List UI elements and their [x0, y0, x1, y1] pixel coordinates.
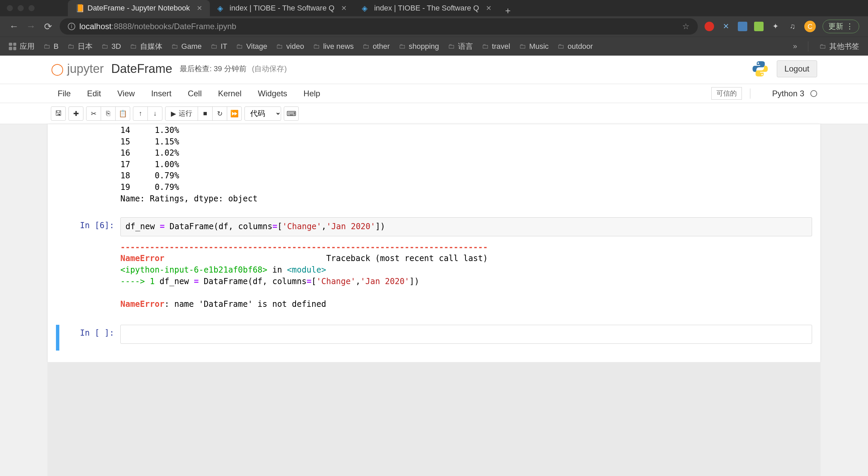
run-buttons-group: ▶运行 ■ ↻ ⏩ — [165, 106, 242, 121]
apps-label: 应用 — [20, 41, 35, 52]
bookmark-folder[interactable]: 🗀Music — [519, 42, 549, 51]
output-cell: 14 1.30% 15 1.15% 16 1.02% 17 1.00% 18 0… — [48, 124, 820, 211]
url-bar[interactable]: i localhost:8888/notebooks/DateFrame.ipy… — [60, 18, 698, 35]
notebook-title[interactable]: DateFrame — [111, 62, 172, 76]
bookmark-folder[interactable]: 🗀Vitage — [236, 42, 267, 51]
bookmark-folder[interactable]: 🗀Game — [171, 42, 202, 51]
tab-title: index | TIOBE - The Software Q — [230, 4, 334, 13]
paste-button[interactable]: 📋 — [115, 106, 130, 121]
maximize-window-icon[interactable] — [28, 5, 35, 11]
checkpoint-text: 最后检查: 39 分钟前 (自动保存) — [180, 64, 287, 74]
copy-button[interactable]: ⎘ — [101, 106, 116, 121]
cut-button[interactable]: ✂ — [86, 106, 101, 121]
move-up-button[interactable]: ↑ — [133, 106, 148, 121]
menu-file[interactable]: File — [51, 85, 78, 102]
bookmark-folder[interactable]: 🗀video — [276, 42, 304, 51]
jupyter-menubar: File Edit View Insert Cell Kernel Widget… — [0, 84, 868, 103]
folder-icon: 🗀 — [276, 42, 283, 50]
kernel-name[interactable]: Python 3 — [772, 89, 804, 98]
close-tab-icon[interactable]: ✕ — [197, 4, 202, 12]
site-info-icon[interactable]: i — [68, 23, 75, 30]
apps-shortcut[interactable]: 应用 — [9, 41, 35, 52]
bookmark-folder[interactable]: 🗀travel — [482, 42, 510, 51]
add-cell-button[interactable]: ✚ — [68, 106, 83, 121]
input-prompt: In [6]: — [56, 217, 120, 317]
output-text: 14 1.30% 15 1.15% 16 1.02% 17 1.00% 18 0… — [120, 124, 812, 204]
bookmarks-overflow-button[interactable]: » — [793, 42, 797, 51]
bookmark-folder[interactable]: 🗀IT — [211, 42, 228, 51]
bookmark-folder[interactable]: 🗀3D — [101, 42, 121, 51]
forward-button[interactable]: → — [26, 21, 36, 32]
minimize-window-icon[interactable] — [18, 5, 24, 11]
copy-icon: ⎘ — [106, 110, 110, 117]
star-bookmark-icon[interactable]: ☆ — [682, 22, 690, 31]
paste-icon: 📋 — [119, 110, 127, 118]
extension-icon[interactable] — [738, 22, 747, 31]
code-input[interactable]: df_new = DataFrame(df, columns=['Change'… — [120, 217, 812, 236]
code-cell[interactable]: In [6]: df_new = DataFrame(df, columns=[… — [48, 211, 820, 317]
folder-icon: 🗀 — [101, 42, 108, 50]
browser-tab[interactable]: ◈ index | TIOBE - The Software Q ✕ — [210, 0, 354, 16]
bookmark-folder[interactable]: 🗀日本 — [67, 41, 93, 52]
folder-icon: 🗀 — [236, 42, 243, 50]
new-tab-button[interactable]: + — [499, 5, 517, 16]
command-palette-button[interactable]: ⌨ — [284, 106, 299, 121]
bookmark-folder[interactable]: 🗀outdoor — [557, 42, 593, 51]
close-tab-icon[interactable]: ✕ — [486, 4, 492, 12]
bookmark-folder[interactable]: 🗀other — [362, 42, 390, 51]
apps-grid-icon — [9, 43, 16, 50]
move-down-button[interactable]: ↓ — [147, 106, 162, 121]
restart-run-all-button[interactable]: ⏩ — [227, 106, 242, 121]
menu-kernel[interactable]: Kernel — [211, 85, 248, 102]
arrow-down-icon: ↓ — [153, 110, 157, 117]
save-button[interactable]: 🖫 — [51, 106, 66, 121]
error-output: ----------------------------------------… — [120, 241, 812, 310]
close-window-icon[interactable] — [7, 5, 13, 11]
tab-title: index | TIOBE - The Software Q — [374, 4, 479, 13]
run-button[interactable]: ▶运行 — [165, 106, 198, 121]
trusted-indicator[interactable]: 可信的 — [711, 87, 742, 100]
extension-icon[interactable]: ✕ — [721, 21, 731, 32]
folder-icon: 🗀 — [557, 42, 564, 50]
bookmark-folder[interactable]: 🗀自媒体 — [130, 41, 162, 52]
cell-type-select[interactable]: 代码 — [244, 106, 281, 121]
url-path: :8888/notebooks/DateFrame.ipynb — [112, 22, 236, 31]
stop-icon: ■ — [203, 110, 207, 117]
bookmark-folder[interactable]: 🗀live news — [313, 42, 354, 51]
code-cell-selected[interactable]: In [ ]: — [48, 317, 820, 362]
extension-icon[interactable] — [754, 22, 764, 31]
other-bookmarks-folder[interactable]: 🗀其他书签 — [819, 41, 859, 52]
bookmark-folder[interactable]: 🗀B — [43, 42, 59, 51]
menu-widgets[interactable]: Widgets — [251, 85, 294, 102]
menu-cell[interactable]: Cell — [181, 85, 209, 102]
extension-icon[interactable] — [705, 22, 714, 31]
bookmark-folder[interactable]: 🗀语言 — [448, 41, 473, 52]
update-button[interactable]: 更新 ⋮ — [823, 20, 859, 33]
folder-icon: 🗀 — [362, 42, 369, 50]
profile-avatar[interactable]: C — [804, 21, 816, 32]
python-kernel-logo-icon — [751, 60, 769, 78]
bookmark-folder[interactable]: 🗀shopping — [399, 42, 439, 51]
menu-help[interactable]: Help — [297, 85, 327, 102]
fast-forward-icon: ⏩ — [230, 110, 239, 118]
jupyter-logo[interactable]: ◯ jupyter — [51, 62, 104, 76]
folder-icon: 🗀 — [819, 42, 826, 50]
folder-icon: 🗀 — [399, 42, 406, 50]
logout-button[interactable]: Logout — [777, 60, 817, 77]
browser-tab[interactable]: ◈ index | TIOBE - The Software Q ✕ — [354, 0, 499, 16]
browser-tab-active[interactable]: 📙 DateFrame - Jupyter Notebook ✕ — [68, 0, 210, 16]
reload-button[interactable]: ⟳ — [43, 21, 53, 32]
menu-insert[interactable]: Insert — [144, 85, 178, 102]
notebook-bottom-padding — [47, 362, 821, 476]
extensions-puzzle-icon[interactable]: ✦ — [770, 21, 781, 32]
tiobe-favicon-icon: ◈ — [217, 4, 225, 12]
playlist-icon[interactable]: ♫ — [787, 21, 797, 32]
close-tab-icon[interactable]: ✕ — [341, 4, 347, 12]
restart-button[interactable]: ↻ — [212, 106, 227, 121]
menu-edit[interactable]: Edit — [80, 85, 108, 102]
code-input-empty[interactable] — [120, 325, 812, 344]
interrupt-button[interactable]: ■ — [198, 106, 213, 121]
menu-view[interactable]: View — [111, 85, 142, 102]
back-button[interactable]: ← — [9, 21, 19, 32]
kernel-status-idle-icon — [810, 90, 817, 97]
